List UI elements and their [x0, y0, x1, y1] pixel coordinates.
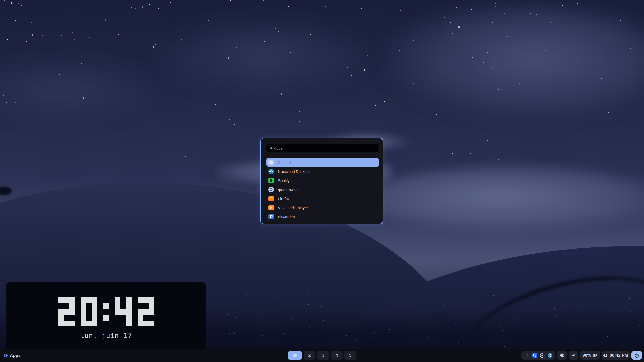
volume-control[interactable]: [569, 351, 578, 360]
app-list: DiscordNextcloud DesktopSpotifyqutebrows…: [266, 158, 379, 221]
desktop: DiscordNextcloud DesktopSpotifyqutebrows…: [0, 0, 644, 362]
clock-digit: [138, 297, 154, 326]
clock-colon: [103, 297, 109, 326]
battery-charging-icon: [592, 353, 598, 358]
workspace-button-5[interactable]: 5: [344, 351, 356, 360]
launcher-item-qutebrowser[interactable]: qutebrowser: [266, 185, 379, 194]
search-input[interactable]: [266, 144, 379, 152]
workspace-label: 5: [349, 353, 351, 358]
app-label: Spotify: [278, 178, 290, 183]
apps-menu-icon: [4, 353, 8, 358]
bitwarden-icon: [268, 214, 274, 219]
app-label: Nextcloud Desktop: [278, 169, 310, 174]
moon-icon: [560, 353, 565, 358]
workspace-active-indicator: [293, 354, 297, 357]
clock-digit: [58, 297, 75, 326]
workspace-label: 3: [322, 353, 324, 358]
night-light-toggle[interactable]: [557, 351, 567, 360]
clock-module[interactable]: 08:42 PM: [602, 351, 630, 360]
app-label: Discord: [278, 160, 291, 165]
launcher-item-firefox[interactable]: Firefox: [266, 194, 379, 203]
app-label: Firefox: [278, 197, 290, 201]
launcher-item-vlc-media-player[interactable]: VLC media player: [266, 203, 379, 212]
nextcloud-icon: [268, 169, 274, 174]
power-icon: [634, 353, 639, 358]
workspace-label: 4: [336, 353, 338, 358]
clock-time: [58, 297, 154, 326]
qutebrowser-icon: [268, 187, 274, 192]
app-launcher: DiscordNextcloud DesktopSpotifyqutebrows…: [260, 138, 383, 224]
spotify-icon: [268, 178, 274, 183]
workspace-switcher: 2345: [288, 351, 356, 360]
clock-icon: [603, 353, 608, 358]
power-button[interactable]: [631, 351, 642, 360]
clock-date: lun. juin 17: [80, 332, 132, 339]
battery-percent: 98%: [582, 353, 591, 358]
workspace-button-3[interactable]: 3: [317, 351, 329, 360]
app-label: VLC media player: [278, 206, 308, 210]
sync-icon[interactable]: [525, 353, 529, 358]
bluetooth-icon[interactable]: [548, 353, 552, 358]
app-label: qutebrowser: [278, 188, 299, 192]
clock-digit: [115, 297, 132, 326]
launcher-item-spotify[interactable]: Spotify: [266, 176, 379, 185]
clock-widget: lun. juin 17: [6, 282, 206, 349]
workspace-button-4[interactable]: 4: [331, 351, 343, 360]
search-box[interactable]: [266, 144, 379, 152]
meadow-speckles: [0, 0, 0, 0]
bitwarden-tray-icon[interactable]: [532, 353, 537, 358]
volume-icon: [571, 353, 576, 358]
workspace-label: 2: [308, 353, 311, 358]
launcher-item-nextcloud-desktop[interactable]: Nextcloud Desktop: [266, 167, 379, 176]
taskbar-modules: 98% 08:42 PM: [521, 351, 642, 360]
firefox-icon: [268, 196, 274, 201]
workspace-button-2[interactable]: 2: [304, 351, 315, 360]
clock-digit: [81, 297, 97, 326]
app-label: Bitwarden: [278, 215, 295, 219]
system-tray: [521, 351, 555, 360]
launcher-item-bitwarden[interactable]: Bitwarden: [266, 212, 379, 221]
workspace-button-1[interactable]: [288, 351, 302, 360]
check-icon[interactable]: [540, 353, 545, 358]
taskbar: Apps 2345 98% 08:42 PM: [0, 349, 644, 362]
launcher-item-discord[interactable]: Discord: [266, 158, 379, 167]
battery-indicator[interactable]: 98%: [580, 351, 600, 360]
apps-menu-label: Apps: [10, 353, 21, 358]
apps-menu-button[interactable]: Apps: [4, 349, 21, 362]
discord-icon: [268, 160, 274, 165]
vlc-icon: [268, 205, 274, 210]
taskbar-time: 08:42 PM: [610, 353, 628, 358]
